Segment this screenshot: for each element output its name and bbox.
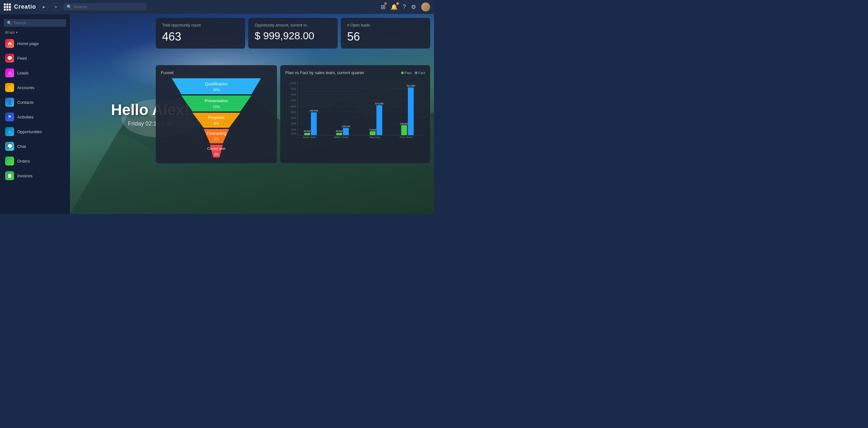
plan-dot xyxy=(401,72,404,74)
accounts-icon: ⊟ xyxy=(5,83,14,92)
app-logo: Creatio xyxy=(14,3,36,10)
sidebar-search-input[interactable] xyxy=(14,21,63,25)
svg-text:300k: 300k xyxy=(291,122,297,125)
svg-text:Peter Moore: Peter Moore xyxy=(400,136,413,139)
leads-icon: ⊞ xyxy=(5,68,14,77)
fact-dot xyxy=(415,72,417,74)
sidebar-item-label: Contacts xyxy=(17,100,33,105)
svg-text:45,000: 45,000 xyxy=(304,130,310,133)
svg-text:45,000: 45,000 xyxy=(336,130,343,133)
svg-text:Mary King: Mary King xyxy=(370,136,380,139)
kpi-card-title: Total opportunity count xyxy=(162,23,239,27)
svg-text:8%: 8% xyxy=(214,121,219,125)
sidebar-item-label: Invoices xyxy=(17,173,33,178)
kpi-card-opportunity-count: Total opportunity count 463 xyxy=(156,18,245,49)
chat-icon: 💭 xyxy=(5,142,14,151)
svg-text:Proposal: Proposal xyxy=(208,115,224,120)
sidebar-item-label: Orders xyxy=(17,159,30,164)
app-grid-icon[interactable] xyxy=(4,3,11,10)
home-icon: 🏠 xyxy=(5,39,14,48)
svg-text:700k: 700k xyxy=(291,99,297,102)
legend-fact: Fact xyxy=(415,71,425,75)
svg-text:1%: 1% xyxy=(214,153,219,156)
sidebar-item-leads[interactable]: ⊞ Leads xyxy=(0,65,70,80)
funnel-card: Funnel Qualification 16% Presentation 15… xyxy=(156,65,277,163)
top-search-bar[interactable]: 🔍 xyxy=(63,3,147,10)
all-apps-selector[interactable]: All aps ▾ xyxy=(0,29,70,36)
bar-william-plan xyxy=(336,133,342,135)
bar-james-fact xyxy=(311,112,316,135)
sidebar-item-label: Leads xyxy=(17,70,28,75)
kpi-card-value: 56 xyxy=(347,30,424,44)
legend-plan: Plan xyxy=(401,71,412,75)
svg-text:Presentation: Presentation xyxy=(205,98,228,103)
svg-text:James Smith: James Smith xyxy=(303,136,316,139)
kpi-cards-row: Total opportunity count 463 Opportunity … xyxy=(156,18,430,49)
svg-text:1000k: 1000k xyxy=(289,82,297,85)
bar-james-plan xyxy=(304,133,310,135)
chart-cards-row: Funnel Qualification 16% Presentation 15… xyxy=(156,65,430,163)
main-area: 🔍 All aps ▾ 🏠 Home page 💬 Feed ⊞ Leads ⊟… xyxy=(0,14,434,214)
sidebar-item-feed[interactable]: 💬 Feed xyxy=(0,51,70,65)
sidebar-search-bar[interactable]: 🔍 xyxy=(4,19,66,27)
sidebar-item-opportunities[interactable]: ≡ Opportunities xyxy=(0,124,70,139)
kpi-card-title: Opportunity amount, current m.. xyxy=(255,23,331,27)
bar-mary-plan xyxy=(370,131,376,135)
notifications-icon[interactable]: 🔔 xyxy=(391,3,398,10)
invoices-icon: 📋 xyxy=(5,171,14,180)
top-nav-right: ⊞ 🔔 ? ⚙ xyxy=(381,3,430,11)
svg-text:15%: 15% xyxy=(213,105,220,109)
svg-text:Closed won: Closed won xyxy=(207,147,225,150)
plan-vs-fact-header: Plan vs Fact by sales team, current quar… xyxy=(285,70,425,75)
top-search-input[interactable] xyxy=(74,4,143,9)
help-icon[interactable]: ? xyxy=(403,3,406,10)
kpi-card-open-leads: # Open leads 56 xyxy=(341,18,430,49)
settings-icon[interactable]: ⚙ xyxy=(411,3,416,10)
funnel-chart: Qualification 16% Presentation 15% Propo… xyxy=(162,78,271,158)
sidebar-item-home[interactable]: 🏠 Home page xyxy=(0,36,70,51)
svg-marker-4 xyxy=(172,78,261,94)
svg-text:435,000: 435,000 xyxy=(310,109,318,112)
all-apps-chevron: ▾ xyxy=(16,31,18,34)
sidebar-item-accounts[interactable]: ⊟ Accounts xyxy=(0,80,70,95)
sidebar-item-label: Activities xyxy=(17,115,33,119)
feed-icon: 💬 xyxy=(5,54,14,63)
svg-text:Contracting: Contracting xyxy=(207,131,226,136)
add-button[interactable]: + xyxy=(51,3,60,11)
user-avatar[interactable] xyxy=(421,3,430,11)
svg-text:190,000: 190,000 xyxy=(400,122,408,125)
svg-text:570,950: 570,950 xyxy=(375,102,383,105)
sidebar-item-invoices[interactable]: 📋 Invoices xyxy=(0,168,70,183)
sidebar-item-orders[interactable]: 🛒 Orders xyxy=(0,154,70,168)
sidebar-item-contacts[interactable]: 👤 Contacts xyxy=(0,95,70,110)
opportunities-icon: ≡ xyxy=(5,127,14,136)
sidebar-item-activities[interactable]: ⚑ Activities xyxy=(0,110,70,124)
content-area: Hello Alex! Friday 02:14 p.m. Total oppo… xyxy=(70,14,434,214)
svg-text:16%: 16% xyxy=(213,88,220,92)
svg-text:200k: 200k xyxy=(291,129,297,131)
svg-text:800k: 800k xyxy=(291,93,297,96)
activities-icon: ⚑ xyxy=(5,112,14,121)
top-navigation: Creatio + 🔍 ⊞ 🔔 ? ⚙ xyxy=(0,0,434,14)
plan-vs-fact-legend: Plan Fact xyxy=(401,71,425,75)
bar-mary-fact xyxy=(377,105,382,135)
svg-text:139,143: 139,143 xyxy=(342,125,350,128)
sidebar-item-label: Chat xyxy=(17,144,26,149)
apps-icon[interactable]: ⊞ xyxy=(381,3,385,10)
kpi-card-value: 463 xyxy=(162,30,239,44)
funnel-title: Funnel xyxy=(161,70,272,75)
plan-vs-fact-card: Plan vs Fact by sales team, current quar… xyxy=(280,65,430,163)
bar-peter-plan xyxy=(401,125,407,135)
orders-icon: 🛒 xyxy=(5,156,14,166)
bar-peter-fact xyxy=(408,87,413,136)
all-apps-label: All aps xyxy=(5,31,15,34)
svg-marker-7 xyxy=(181,95,251,112)
sidebar-item-label: Feed xyxy=(17,56,27,61)
play-button[interactable] xyxy=(39,3,48,11)
sidebar-item-label: Opportunities xyxy=(17,130,42,134)
sidebar-item-chat[interactable]: 💭 Chat xyxy=(0,139,70,154)
svg-text:500k: 500k xyxy=(291,111,297,114)
svg-text:400k: 400k xyxy=(291,117,297,119)
kpi-card-title: # Open leads xyxy=(347,23,424,27)
bar-chart: 1000k 900k 800k 700k 600k 500k 400k 300k… xyxy=(285,78,425,142)
